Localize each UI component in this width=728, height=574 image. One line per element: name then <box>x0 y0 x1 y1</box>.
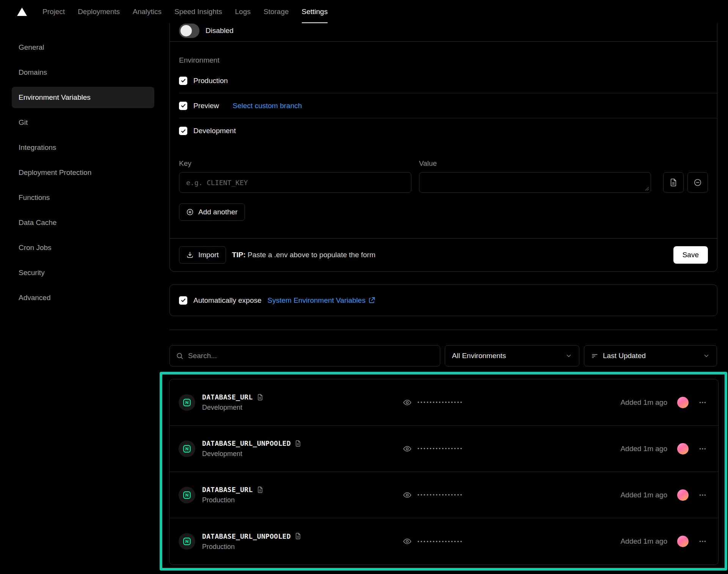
sidebar-item-git[interactable]: Git <box>12 112 154 133</box>
filter-row: All Environments Last Updated <box>169 345 717 366</box>
environment-filter-dropdown[interactable]: All Environments <box>445 345 579 366</box>
search-input[interactable] <box>188 352 434 360</box>
note-icon[interactable] <box>257 486 264 493</box>
env-var-value: ••••••••••••••• <box>403 537 463 546</box>
sort-dropdown-value: Last Updated <box>603 352 698 360</box>
env-var-name: DATABASE_URL_UNPOOLED <box>202 532 301 540</box>
added-timestamp: Added 1m ago <box>620 398 667 407</box>
tab-deployments[interactable]: Deployments <box>78 0 120 23</box>
sidebar-item-environment-variables[interactable]: Environment Variables <box>12 87 154 108</box>
search-box <box>169 345 440 366</box>
add-another-label: Add another <box>198 208 238 216</box>
env-var-environment: Development <box>202 450 301 458</box>
sidebar-item-domains[interactable]: Domains <box>12 62 154 83</box>
checkbox-row-preview: Preview Select custom branch <box>179 93 717 118</box>
sort-lines-icon <box>591 352 598 360</box>
env-var-identity: DATABASE_URL Development <box>179 393 403 412</box>
row-menu-button[interactable] <box>698 398 707 407</box>
tip-body: Paste a .env above to populate the form <box>246 251 375 259</box>
sidebar-item-general[interactable]: General <box>12 37 154 58</box>
env-var-meta: Added 1m ago <box>620 397 707 408</box>
env-var-value: ••••••••••••••• <box>403 491 463 499</box>
sensitive-toggle-row: Disabled <box>170 23 717 42</box>
sidebar-item-cron-jobs[interactable]: Cron Jobs <box>12 237 154 258</box>
eye-icon[interactable] <box>403 491 411 499</box>
neon-integration-icon <box>179 394 195 411</box>
vercel-logo-icon[interactable] <box>17 7 27 16</box>
development-checkbox[interactable] <box>179 127 187 135</box>
checkbox-row-production: Production <box>179 68 717 93</box>
expose-system-env-card: Automatically expose System Environment … <box>169 285 717 316</box>
env-var-row[interactable]: DATABASE_URL_UNPOOLED Production •••••••… <box>169 518 718 565</box>
production-checkbox[interactable] <box>179 77 187 85</box>
select-custom-branch-link[interactable]: Select custom branch <box>233 102 302 110</box>
tab-project[interactable]: Project <box>42 0 65 23</box>
sidebar-item-security[interactable]: Security <box>12 262 154 283</box>
key-field-label: Key <box>179 159 411 168</box>
env-var-row[interactable]: DATABASE_URL Production ••••••••••••••• … <box>169 472 718 518</box>
external-link-icon <box>368 297 375 304</box>
row-menu-button[interactable] <box>698 445 707 453</box>
preview-checkbox-label: Preview <box>193 102 219 110</box>
value-field-label: Value <box>419 159 651 168</box>
avatar <box>677 489 689 501</box>
environment-checkbox-section: Environment Production Preview Select cu… <box>170 42 717 143</box>
avatar <box>677 443 689 454</box>
tab-settings[interactable]: Settings <box>302 0 328 23</box>
env-var-row[interactable]: DATABASE_URL Development •••••••••••••••… <box>169 379 718 426</box>
row-menu-button[interactable] <box>698 537 707 546</box>
note-icon[interactable] <box>295 533 301 539</box>
key-input[interactable] <box>179 172 411 193</box>
env-var-name: DATABASE_URL <box>202 393 264 401</box>
env-var-meta: Added 1m ago <box>620 536 707 547</box>
env-var-name-text: DATABASE_URL <box>202 393 253 401</box>
save-button[interactable]: Save <box>673 246 708 264</box>
sidebar-item-advanced[interactable]: Advanced <box>12 287 154 308</box>
sidebar-item-data-cache[interactable]: Data Cache <box>12 212 154 233</box>
paste-env-button[interactable] <box>663 172 684 193</box>
production-checkbox-label: Production <box>193 77 228 85</box>
env-var-list-card: DATABASE_URL Development •••••••••••••••… <box>169 379 719 565</box>
env-var-name: DATABASE_URL <box>202 486 264 494</box>
note-icon[interactable] <box>257 394 264 401</box>
sensitive-toggle[interactable] <box>179 24 199 38</box>
avatar <box>677 397 689 408</box>
top-navbar: Project Deployments Analytics Speed Insi… <box>0 0 728 23</box>
tab-logs[interactable]: Logs <box>235 0 251 23</box>
import-button-label: Import <box>198 251 219 259</box>
row-menu-button[interactable] <box>698 491 707 499</box>
system-env-vars-link[interactable]: System Environment Variables <box>268 296 375 305</box>
sidebar-item-integrations[interactable]: Integrations <box>12 137 154 158</box>
preview-checkbox[interactable] <box>179 102 187 110</box>
tip-text: TIP: Paste a .env above to populate the … <box>232 251 375 259</box>
env-var-value: ••••••••••••••• <box>403 398 463 407</box>
eye-icon[interactable] <box>403 398 411 407</box>
add-another-button[interactable]: Add another <box>179 203 245 221</box>
tab-storage[interactable]: Storage <box>264 0 289 23</box>
env-var-identity: DATABASE_URL_UNPOOLED Development <box>179 439 403 458</box>
import-button[interactable]: Import <box>179 246 226 264</box>
highlight-annotation: DATABASE_URL Development •••••••••••••••… <box>160 372 727 571</box>
env-var-environment: Development <box>202 404 264 412</box>
sidebar-item-deployment-protection[interactable]: Deployment Protection <box>12 162 154 183</box>
tab-analytics[interactable]: Analytics <box>133 0 162 23</box>
value-input[interactable] <box>419 172 651 193</box>
sidebar-item-functions[interactable]: Functions <box>12 187 154 208</box>
system-env-vars-link-label: System Environment Variables <box>268 296 366 305</box>
eye-icon[interactable] <box>403 537 411 546</box>
env-var-meta: Added 1m ago <box>620 443 707 454</box>
env-var-row[interactable]: DATABASE_URL_UNPOOLED Development ••••••… <box>169 426 718 472</box>
expose-checkbox[interactable] <box>179 296 187 305</box>
env-var-value: ••••••••••••••• <box>403 445 463 453</box>
chevron-down-icon <box>565 352 572 359</box>
env-var-name-text: DATABASE_URL <box>202 486 253 494</box>
sort-dropdown[interactable]: Last Updated <box>584 345 717 366</box>
note-icon[interactable] <box>295 440 301 447</box>
eye-icon[interactable] <box>403 445 411 453</box>
tab-settings-label: Settings <box>302 8 328 16</box>
tab-speed-insights[interactable]: Speed Insights <box>174 0 222 23</box>
remove-row-button[interactable] <box>687 172 708 193</box>
env-var-name-text: DATABASE_URL_UNPOOLED <box>202 532 291 540</box>
search-icon <box>176 352 184 360</box>
environment-section-label: Environment <box>179 56 717 64</box>
